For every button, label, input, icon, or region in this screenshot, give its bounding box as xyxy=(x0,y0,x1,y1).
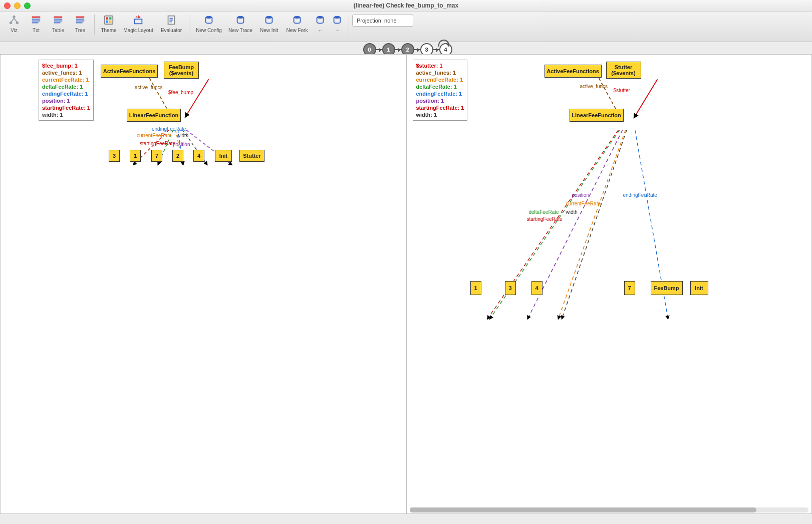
svg-rect-11 xyxy=(76,17,85,18)
graph-icon xyxy=(9,14,20,27)
new-init-label: New Init xyxy=(260,28,278,33)
svg-rect-13 xyxy=(76,21,85,22)
window-title: (linear-fee) Check fee_bump_to_max xyxy=(0,2,812,9)
list-icon xyxy=(53,14,64,27)
edge-layer xyxy=(1,55,406,57)
db-icon xyxy=(292,14,303,27)
arrow-icon xyxy=(376,49,383,50)
evaluator-label: Evaluator xyxy=(161,28,182,33)
db-next-icon xyxy=(332,14,343,27)
svg-rect-8 xyxy=(54,19,63,20)
svg-rect-12 xyxy=(76,19,85,20)
projection-label: Projection: none xyxy=(357,18,397,24)
db-icon xyxy=(203,14,214,27)
separator xyxy=(189,15,189,35)
wand-icon xyxy=(133,14,144,27)
svg-rect-10 xyxy=(54,23,61,24)
main-area: $fee_bump: 1active_funcs: 1currentFeeRat… xyxy=(0,54,812,57)
toolbar: Viz Txt Table Tree Theme xyxy=(0,12,812,42)
separator xyxy=(94,15,95,35)
next-label: → xyxy=(335,28,340,33)
svg-rect-19 xyxy=(109,21,112,23)
theme-label: Theme xyxy=(101,28,116,33)
separator xyxy=(349,15,349,35)
list-icon xyxy=(75,14,86,27)
new-config-button[interactable]: New Config xyxy=(192,14,225,37)
prev-label: ← xyxy=(318,28,323,33)
svg-rect-6 xyxy=(32,23,39,24)
svg-rect-18 xyxy=(106,21,109,23)
svg-rect-17 xyxy=(109,18,112,20)
left-pane[interactable]: $fee_bump: 1active_funcs: 1currentFeeRat… xyxy=(0,54,406,57)
svg-point-23 xyxy=(237,16,244,19)
txt-label: Txt xyxy=(33,28,40,33)
txt-button[interactable]: Txt xyxy=(25,14,47,37)
theme-button[interactable]: Theme xyxy=(98,14,120,37)
edge-layer xyxy=(407,55,812,57)
next-button[interactable]: → xyxy=(329,14,346,37)
new-fork-label: New Fork xyxy=(287,28,308,33)
svg-rect-5 xyxy=(32,21,41,22)
svg-point-26 xyxy=(317,16,324,19)
svg-point-27 xyxy=(334,16,341,19)
arrow-icon xyxy=(433,49,440,50)
svg-point-24 xyxy=(266,16,273,19)
new-trace-label: New Trace xyxy=(228,28,252,33)
svg-point-22 xyxy=(206,16,212,19)
svg-rect-3 xyxy=(32,17,41,18)
palette-icon xyxy=(103,14,114,27)
table-label: Table xyxy=(52,28,64,33)
svg-rect-16 xyxy=(106,18,109,20)
svg-point-25 xyxy=(294,16,301,19)
new-fork-button[interactable]: New Fork xyxy=(283,14,312,37)
new-config-label: New Config xyxy=(196,28,222,33)
db-icon xyxy=(263,14,275,27)
svg-rect-7 xyxy=(54,17,63,18)
svg-point-0 xyxy=(13,16,16,18)
titlebar: (linear-fee) Check fee_bump_to_max xyxy=(0,0,812,12)
svg-rect-4 xyxy=(32,19,41,20)
doc-icon xyxy=(166,14,177,27)
tree-button[interactable]: Tree xyxy=(69,14,91,37)
svg-rect-14 xyxy=(76,23,83,24)
viz-label: Viz xyxy=(11,28,18,33)
svg-rect-20 xyxy=(135,19,142,24)
table-button[interactable]: Table xyxy=(47,14,69,37)
db-icon xyxy=(235,14,246,27)
new-trace-button[interactable]: New Trace xyxy=(225,14,255,37)
arrow-icon xyxy=(414,49,421,50)
projection-field[interactable]: Projection: none xyxy=(352,15,413,27)
magic-layout-button[interactable]: Magic Layout xyxy=(120,14,157,37)
arrow-icon xyxy=(395,49,402,50)
svg-rect-15 xyxy=(105,16,113,25)
evaluator-button[interactable]: Evaluator xyxy=(157,14,186,37)
svg-rect-9 xyxy=(54,21,63,22)
db-prev-icon xyxy=(315,14,326,27)
right-pane[interactable]: $stutter: 1active_funcs: 1currentFeeRate… xyxy=(406,54,813,57)
loop-icon xyxy=(438,40,449,47)
tree-label: Tree xyxy=(75,28,85,33)
prev-button[interactable]: ← xyxy=(312,14,329,37)
list-icon xyxy=(31,14,42,27)
magic-layout-label: Magic Layout xyxy=(123,28,153,33)
new-init-button[interactable]: New Init xyxy=(255,14,283,37)
viz-button[interactable]: Viz xyxy=(3,14,25,37)
